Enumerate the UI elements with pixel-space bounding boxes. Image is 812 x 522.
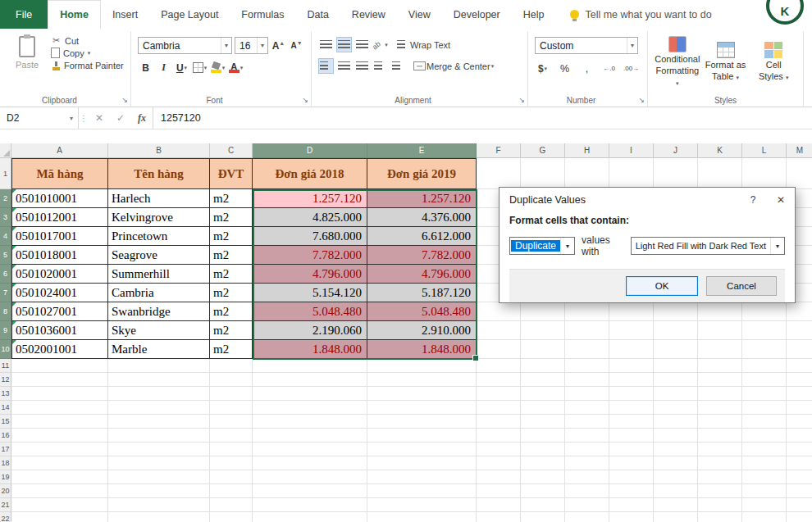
cell-J11[interactable] <box>654 359 698 373</box>
cell-K15[interactable] <box>698 415 742 429</box>
cell-C16[interactable] <box>210 429 253 443</box>
cell-C5[interactable]: m2 <box>210 246 253 265</box>
cell-D20[interactable] <box>253 484 367 498</box>
row-header-22[interactable]: 22 <box>0 512 11 522</box>
dialog-help-button[interactable]: ? <box>739 188 767 211</box>
format-option-select[interactable]: Light Red Fill with Dark Red Text ▾ <box>631 237 785 255</box>
cell-F12[interactable] <box>477 373 521 387</box>
cell-A6[interactable]: 0501020001 <box>11 265 108 284</box>
cell-J1[interactable] <box>654 158 698 189</box>
cell-E22[interactable] <box>367 512 477 522</box>
cell-L21[interactable] <box>742 498 787 512</box>
cell-E21[interactable] <box>367 498 477 512</box>
cell-L10[interactable] <box>742 340 787 359</box>
cell-H9[interactable] <box>565 321 609 340</box>
cell-J20[interactable] <box>654 484 698 498</box>
cell-H21[interactable] <box>565 498 609 512</box>
cell-M12[interactable] <box>787 373 812 387</box>
cell-C11[interactable] <box>210 359 253 373</box>
column-header-M[interactable]: M <box>787 143 812 158</box>
enter-entry-icon[interactable]: ✓ <box>110 107 131 129</box>
cell-D2[interactable]: 1.257.120 <box>253 189 367 208</box>
cell-H16[interactable] <box>565 429 609 443</box>
cell-E20[interactable] <box>367 484 477 498</box>
cell-E14[interactable] <box>367 401 477 415</box>
cell-F17[interactable] <box>477 443 521 456</box>
row-header-13[interactable]: 13 <box>0 387 11 401</box>
row-header-10[interactable]: 10 <box>0 340 11 359</box>
decrease-indent-button[interactable] <box>372 58 388 74</box>
cell-J8[interactable] <box>654 302 698 321</box>
cell-B14[interactable] <box>108 401 210 415</box>
column-header-L[interactable]: L <box>742 143 787 158</box>
cell-G1[interactable] <box>521 158 565 189</box>
cell-D13[interactable] <box>253 387 367 401</box>
font-dialog-launcher-icon[interactable]: ↘ <box>302 97 308 104</box>
cell-A5[interactable]: 0501018001 <box>11 246 108 265</box>
tab-formulas[interactable]: Formulas <box>230 0 295 29</box>
increase-indent-button[interactable] <box>390 58 406 74</box>
cell-C7[interactable]: m2 <box>210 284 253 302</box>
cell-D1[interactable]: Đơn giá 2018 <box>253 158 367 189</box>
cell-E17[interactable] <box>367 443 477 456</box>
cell-L15[interactable] <box>742 415 787 429</box>
cell-J19[interactable] <box>654 470 698 484</box>
cell-C2[interactable]: m2 <box>210 189 253 208</box>
cell-A11[interactable] <box>11 359 108 373</box>
cell-A7[interactable]: 0501024001 <box>11 284 108 302</box>
cell-F9[interactable] <box>477 321 521 340</box>
cell-F21[interactable] <box>477 498 521 512</box>
row-header-6[interactable]: 6 <box>0 265 11 284</box>
cell-B15[interactable] <box>108 415 210 429</box>
cell-L18[interactable] <box>742 456 787 470</box>
format-as-table-button[interactable]: Format asTable ▾ <box>703 39 749 83</box>
cell-D22[interactable] <box>253 512 367 522</box>
cell-H17[interactable] <box>565 443 609 456</box>
cell-A16[interactable] <box>11 429 108 443</box>
cell-F8[interactable] <box>477 302 521 321</box>
cell-F14[interactable] <box>477 401 521 415</box>
cell-E9[interactable]: 2.910.000 <box>367 321 477 340</box>
tell-me-box[interactable]: Tell me what you want to do <box>570 0 711 29</box>
cell-A12[interactable] <box>11 373 108 387</box>
cell-I9[interactable] <box>609 321 654 340</box>
format-painter-button[interactable]: Format Painter <box>51 61 124 70</box>
row-header-5[interactable]: 5 <box>0 246 11 265</box>
cell-J21[interactable] <box>654 498 698 512</box>
italic-button[interactable]: I <box>156 60 171 75</box>
font-name-combo[interactable]: Cambria ▾ <box>138 37 232 54</box>
cell-B12[interactable] <box>108 373 210 387</box>
cell-C9[interactable]: m2 <box>210 321 253 340</box>
row-header-7[interactable]: 7 <box>0 284 11 302</box>
cell-B1[interactable]: Tên hàng <box>108 158 210 189</box>
cell-B18[interactable] <box>108 456 210 470</box>
cell-L17[interactable] <box>742 443 787 456</box>
cell-B8[interactable]: Swanbridge <box>108 302 210 321</box>
middle-align-button[interactable] <box>336 37 352 52</box>
column-header-J[interactable]: J <box>654 143 698 158</box>
cell-F15[interactable] <box>477 415 521 429</box>
cell-E11[interactable] <box>367 359 477 373</box>
cell-M1[interactable] <box>787 158 812 189</box>
cell-B17[interactable] <box>108 443 210 456</box>
cell-B10[interactable]: Marble <box>108 340 210 359</box>
cell-L16[interactable] <box>742 429 787 443</box>
cell-C1[interactable]: ĐVT <box>210 158 253 189</box>
decrease-decimal-button[interactable]: .00→ <box>623 61 639 76</box>
cell-C15[interactable] <box>210 415 253 429</box>
cell-M15[interactable] <box>787 415 812 429</box>
cell-G22[interactable] <box>521 512 565 522</box>
cell-M18[interactable] <box>787 456 812 470</box>
cell-C3[interactable]: m2 <box>210 208 253 227</box>
cell-F22[interactable] <box>477 512 521 522</box>
cell-I16[interactable] <box>609 429 654 443</box>
cell-B11[interactable] <box>108 359 210 373</box>
cell-I22[interactable] <box>609 512 654 522</box>
cell-D6[interactable]: 4.796.000 <box>253 265 367 284</box>
dialog-close-icon[interactable]: ✕ <box>767 188 795 211</box>
cell-K22[interactable] <box>698 512 742 522</box>
cell-H18[interactable] <box>565 456 609 470</box>
increase-decimal-button[interactable]: ←.0 <box>601 61 617 76</box>
cell-C22[interactable] <box>210 512 253 522</box>
cell-L9[interactable] <box>742 321 787 340</box>
